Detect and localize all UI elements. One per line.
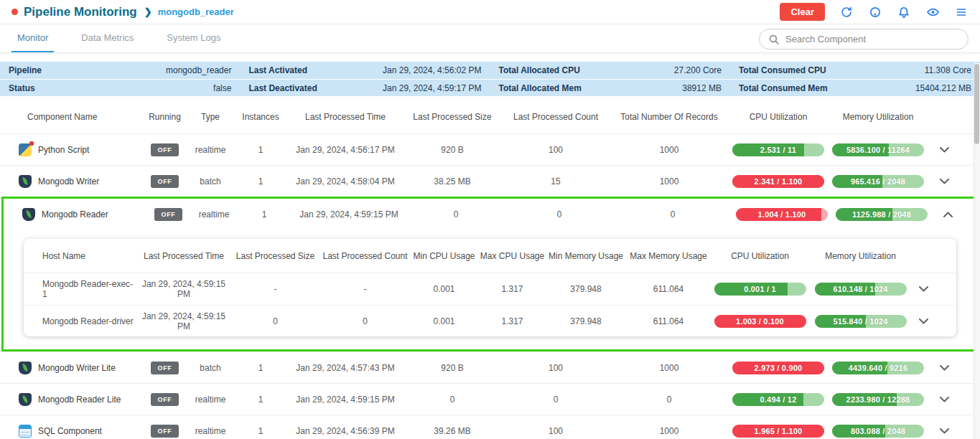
col-last-processed-count: Last Processed Count xyxy=(503,112,609,122)
cpu-utilization-badge: 0.494 / 12 xyxy=(732,393,824,406)
summary-total-allocated-mem: Total Allocated Mem 38912 MB xyxy=(490,80,729,96)
col-running: Running xyxy=(141,112,188,122)
table-row[interactable]: Python Script OFF realtime 1 Jan 29, 202… xyxy=(0,133,980,165)
collapse-chevron-icon[interactable] xyxy=(941,209,956,220)
last-processed-count: 100 xyxy=(503,145,609,155)
tab-data-metrics[interactable]: Data Metrics xyxy=(75,24,139,52)
summary-total-allocated-cpu: Total Allocated CPU 27.200 Core xyxy=(490,62,729,79)
memory-utilization-badge: 610.148 / 1024 xyxy=(815,283,907,296)
col-instances: Instances xyxy=(233,112,289,122)
breadcrumb[interactable]: mongodb_reader xyxy=(158,6,234,17)
expanded-component-section: Mongodb Reader OFF realtime 1 Jan 29, 20… xyxy=(1,197,979,351)
last-processed-size: 38.25 MB xyxy=(402,176,503,187)
history-icon[interactable] xyxy=(868,5,882,19)
last-processed-time: Jan 29, 2024, 4:58:04 PM xyxy=(289,176,402,187)
component-name: Mongodb Writer xyxy=(38,176,99,187)
memory-utilization-badge: 2233.980 / 12288 xyxy=(832,393,924,406)
badge-text: 965.416 / 2048 xyxy=(832,175,924,188)
component-type: batch xyxy=(188,363,233,373)
col-host-name: Host Name xyxy=(37,251,137,261)
scrollbar-thumb[interactable] xyxy=(974,64,979,144)
running-toggle[interactable]: OFF xyxy=(151,393,179,406)
menu-icon[interactable] xyxy=(954,5,969,19)
component-name: Python Script xyxy=(38,145,89,155)
expand-chevron-icon[interactable] xyxy=(937,144,952,156)
status-dot xyxy=(11,9,18,15)
last-processed-size: 39.26 MB xyxy=(402,426,503,436)
summary-label: Last Deactivated xyxy=(248,83,317,93)
eye-icon[interactable] xyxy=(925,5,940,19)
summary-label: Last Activated xyxy=(248,65,307,75)
tab-system-logs[interactable]: System Logs xyxy=(161,24,226,52)
host-row[interactable]: Mongodb Reader-exec-1 Jan 29, 2024, 4:59… xyxy=(24,273,956,305)
summary-label: Status xyxy=(9,83,35,93)
table-row[interactable]: Mongodb Reader Lite OFF realtime 1 Jan 2… xyxy=(0,383,980,415)
col-last-processed-count: Last Processed Count xyxy=(320,251,410,261)
running-toggle[interactable]: OFF xyxy=(154,208,183,221)
badge-text: 515.840 / 1024 xyxy=(815,315,907,328)
component-type: batch xyxy=(188,176,233,187)
database-icon xyxy=(19,425,32,438)
badge-text: 1.965 / 1.100 xyxy=(732,425,824,438)
bell-icon[interactable] xyxy=(897,5,911,19)
component-name: Mongodb Reader Lite xyxy=(38,395,121,405)
cpu-utilization-badge: 1.003 / 0.100 xyxy=(714,315,806,328)
component-name: Mongodb Reader xyxy=(42,209,108,220)
total-records: 0 xyxy=(612,209,733,220)
expand-chevron-icon[interactable] xyxy=(937,394,952,405)
running-toggle[interactable]: OFF xyxy=(151,143,179,156)
search-input[interactable] xyxy=(785,34,959,44)
memory-utilization-badge: 1125.988 / 2048 xyxy=(836,208,928,221)
last-processed-time: Jan 29, 2024, 4:59:15 PM xyxy=(292,209,406,220)
expand-chevron-icon[interactable] xyxy=(916,283,931,295)
summary-value: Jan 29, 2024, 4:56:02 PM xyxy=(383,65,481,75)
running-toggle[interactable]: OFF xyxy=(151,362,179,374)
last-processed-count: 100 xyxy=(503,363,609,373)
host-detail-card: Host Name Last Processed Time Last Proce… xyxy=(24,239,956,336)
running-toggle[interactable]: OFF xyxy=(151,175,179,188)
col-total-records: Total Number Of Records xyxy=(609,112,729,122)
summary-last-activated: Last Activated Jan 29, 2024, 4:56:02 PM xyxy=(240,62,490,79)
memory-utilization-badge: 965.416 / 2048 xyxy=(832,175,924,188)
table-row[interactable]: Mongodb Writer OFF batch 1 Jan 29, 2024,… xyxy=(0,165,980,197)
refresh-icon[interactable] xyxy=(839,5,854,19)
component-type: realtime xyxy=(188,145,233,155)
table-row[interactable]: SQL Component OFF realtime 1 Jan 29, 202… xyxy=(0,415,980,439)
running-toggle[interactable]: OFF xyxy=(151,425,179,438)
badge-text: 1.004 / 1.100 xyxy=(736,208,828,221)
last-processed-time: Jan 29, 2024, 4:56:17 PM xyxy=(289,145,402,155)
expand-chevron-icon[interactable] xyxy=(937,176,952,187)
tab-monitor[interactable]: Monitor xyxy=(11,24,54,52)
summary-value: 27.200 Core xyxy=(674,65,722,75)
vertical-scrollbar[interactable] xyxy=(974,63,980,439)
search-box[interactable] xyxy=(759,29,969,49)
max-memory-usage: 611.064 xyxy=(625,284,711,294)
clear-button[interactable]: Clear xyxy=(780,3,825,21)
instances: 1 xyxy=(233,176,289,187)
instances: 1 xyxy=(233,363,289,373)
table-row[interactable]: Mongodb Writer Lite OFF batch 1 Jan 29, … xyxy=(0,351,980,383)
summary-value: Jan 29, 2024, 4:59:17 PM xyxy=(383,83,481,93)
col-last-processed-size: Last Processed Size xyxy=(230,251,320,261)
col-min-mem: Min Memory Usage xyxy=(546,251,625,261)
cpu-utilization-badge: 2.531 / 11 xyxy=(732,143,824,156)
component-name: SQL Component xyxy=(38,426,102,436)
total-records: 0 xyxy=(609,395,729,405)
summary-value: false xyxy=(213,83,231,93)
expand-chevron-icon[interactable] xyxy=(937,425,952,437)
min-memory-usage: 379.948 xyxy=(546,316,625,326)
mongodb-icon xyxy=(19,175,32,188)
host-row[interactable]: Mongodb Reader-driver Jan 29, 2024, 4:59… xyxy=(24,305,956,336)
badge-text: 2233.980 / 12288 xyxy=(832,393,924,406)
badge-text: 1125.988 / 2048 xyxy=(836,208,928,221)
summary-label: Total Consumed CPU xyxy=(739,65,826,75)
summary-value: 15404.212 MB xyxy=(915,83,971,93)
col-memory-utilization: Memory Utilization xyxy=(808,251,913,261)
expand-chevron-icon[interactable] xyxy=(916,316,931,327)
host-name: Mongodb Reader-exec-1 xyxy=(37,279,137,299)
min-cpu-usage: 0.001 xyxy=(410,284,478,294)
col-last-processed-time: Last Processed Time xyxy=(137,251,230,261)
host-name: Mongodb Reader-driver xyxy=(37,316,137,326)
expand-chevron-icon[interactable] xyxy=(937,362,952,374)
table-row[interactable]: Mongodb Reader OFF realtime 1 Jan 29, 20… xyxy=(4,199,976,230)
